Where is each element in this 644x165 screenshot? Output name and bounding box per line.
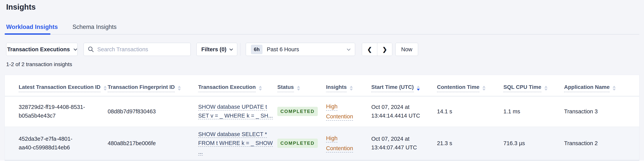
tab-bar: Workload Insights Schema Insights xyxy=(6,24,116,31)
sort-icon[interactable] xyxy=(350,86,353,91)
sort-icon[interactable] xyxy=(482,86,486,91)
column-header-contention-time[interactable]: Contention Time xyxy=(437,75,504,96)
insight-link[interactable]: High Contention xyxy=(326,135,353,151)
column-label[interactable]: Status xyxy=(277,84,294,92)
status-badge: COMPLETED xyxy=(277,139,318,148)
insights-cell: High Contention xyxy=(326,127,371,160)
time-window-badge: 6h xyxy=(251,45,262,54)
sort-icon[interactable] xyxy=(297,86,300,91)
column-header-transaction-fingerprint-id[interactable]: Transaction Fingerprint ID xyxy=(108,75,198,96)
sql-cpu-time-cell: 716.3 µs xyxy=(504,127,564,160)
start-time-cell: Oct 07, 2024 at 13:44:14.4414 UTC xyxy=(371,96,437,127)
sql-cpu-time-cell: 1.1 ms xyxy=(504,96,564,127)
insights-table-card: Latest Transaction Execution ID Transact… xyxy=(4,75,640,160)
column-header-status[interactable]: Status xyxy=(277,75,326,96)
fingerprint-id-cell: 08d8b7d97f830463 xyxy=(108,96,198,127)
active-tab-indicator xyxy=(4,33,50,35)
transaction-execution-cell: SHOW database SELECT * FROM t WHERE k = … xyxy=(198,127,277,160)
now-button-label: Now xyxy=(401,46,412,53)
time-range-label: Past 6 Hours xyxy=(267,46,348,53)
sort-icon[interactable] xyxy=(104,86,107,91)
column-header-latest-transaction-execution-id[interactable]: Latest Transaction Execution ID xyxy=(5,75,108,96)
column-label[interactable]: Insights xyxy=(326,84,347,92)
status-cell: COMPLETED xyxy=(277,96,326,127)
search-input[interactable] xyxy=(97,46,186,53)
tab-divider xyxy=(4,34,640,35)
time-nav-group: ❮ ❯ xyxy=(362,43,392,56)
contention-time-cell: 14.1 s xyxy=(437,96,504,127)
column-header-start-time[interactable]: Start Time (UTC) xyxy=(371,75,437,96)
execution-id-cell: 328729d2-ff19-4408-8531-b05a5b4e43c7 xyxy=(5,96,108,127)
status-badge: COMPLETED xyxy=(277,107,318,116)
table-row: 328729d2-ff19-4408-8531-b05a5b4e43c7 08d… xyxy=(5,96,639,127)
now-button[interactable]: Now xyxy=(395,43,418,56)
filters-button-label: Filters (0) xyxy=(201,46,226,53)
chevron-down-icon xyxy=(229,47,233,51)
fingerprint-id-cell: 480a8b217be006fe xyxy=(108,127,198,160)
chevron-down-icon xyxy=(74,47,77,51)
statement-link[interactable]: ... xyxy=(198,149,203,155)
execution-id-cell: 452da3e7-e7fa-4801-aa40-c59988d14eb6 xyxy=(5,127,108,160)
column-label[interactable]: SQL CPU Time xyxy=(504,84,541,92)
chevron-down-icon xyxy=(347,47,350,51)
transaction-insights-table: Latest Transaction Execution ID Transact… xyxy=(5,75,639,160)
column-header-transaction-execution[interactable]: Transaction Execution xyxy=(198,75,277,96)
filters-button[interactable]: Filters (0) xyxy=(196,43,237,56)
sort-icon[interactable] xyxy=(612,86,616,91)
results-summary: 1-2 of 2 transaction insights xyxy=(6,61,72,67)
statement-link[interactable]: SET v = _ WHERE k = _ SH... xyxy=(198,113,273,119)
page-title: Insights xyxy=(6,3,36,11)
search-icon xyxy=(88,46,94,53)
column-label[interactable]: Latest Transaction Execution ID xyxy=(19,84,100,92)
column-label[interactable]: Contention Time xyxy=(437,84,479,92)
table-header-row: Latest Transaction Execution ID Transact… xyxy=(5,75,639,96)
insight-link[interactable]: High Contention xyxy=(326,103,353,119)
chevron-left-icon: ❮ xyxy=(367,46,372,53)
column-header-insights[interactable]: Insights xyxy=(326,75,371,96)
sort-icon[interactable] xyxy=(259,86,262,91)
sort-icon[interactable] xyxy=(417,86,420,91)
tab-workload-insights[interactable]: Workload Insights xyxy=(6,24,58,31)
statement-link[interactable]: FROM t WHERE k = _ SHOW xyxy=(198,140,273,147)
transaction-execution-cell: SHOW database UPDATE t SET v = _ WHERE k… xyxy=(198,96,277,127)
column-label[interactable]: Transaction Execution xyxy=(198,84,256,92)
column-label[interactable]: Start Time (UTC) xyxy=(371,84,414,92)
previous-time-button[interactable]: ❮ xyxy=(362,43,377,56)
sort-icon[interactable] xyxy=(178,86,181,91)
column-header-sql-cpu-time[interactable]: SQL CPU Time xyxy=(504,75,564,96)
start-time-cell: Oct 07, 2024 at 13:44:07.447 UTC xyxy=(371,127,437,160)
tab-schema-insights[interactable]: Schema Insights xyxy=(72,24,116,31)
page-bottom-strip xyxy=(0,160,644,165)
next-time-button[interactable]: ❯ xyxy=(377,43,392,56)
column-label[interactable]: Application Name xyxy=(564,84,610,92)
execution-type-dropdown[interactable]: Transaction Executions xyxy=(6,43,78,56)
column-header-application-name[interactable]: Application Name xyxy=(564,75,639,96)
search-box[interactable] xyxy=(84,43,191,56)
toolbar: Transaction Executions Filters (0) 6h Pa… xyxy=(6,43,418,56)
application-name-cell: Transaction 3 xyxy=(564,96,639,127)
application-name-cell: Transaction 2 xyxy=(564,127,639,160)
insights-cell: High Contention xyxy=(326,96,371,127)
statement-link[interactable]: SHOW database SELECT * xyxy=(198,131,267,138)
sort-icon[interactable] xyxy=(544,86,548,91)
time-range-dropdown[interactable]: 6h Past 6 Hours xyxy=(246,43,355,56)
statement-link[interactable]: SHOW database UPDATE t xyxy=(198,104,267,110)
contention-time-cell: 21.3 s xyxy=(437,127,504,160)
table-row: 452da3e7-e7fa-4801-aa40-c59988d14eb6 480… xyxy=(5,127,639,160)
execution-type-dropdown-label: Transaction Executions xyxy=(7,46,70,53)
status-cell: COMPLETED xyxy=(277,127,326,160)
column-label[interactable]: Transaction Fingerprint ID xyxy=(108,84,175,92)
chevron-right-icon: ❯ xyxy=(382,46,387,53)
